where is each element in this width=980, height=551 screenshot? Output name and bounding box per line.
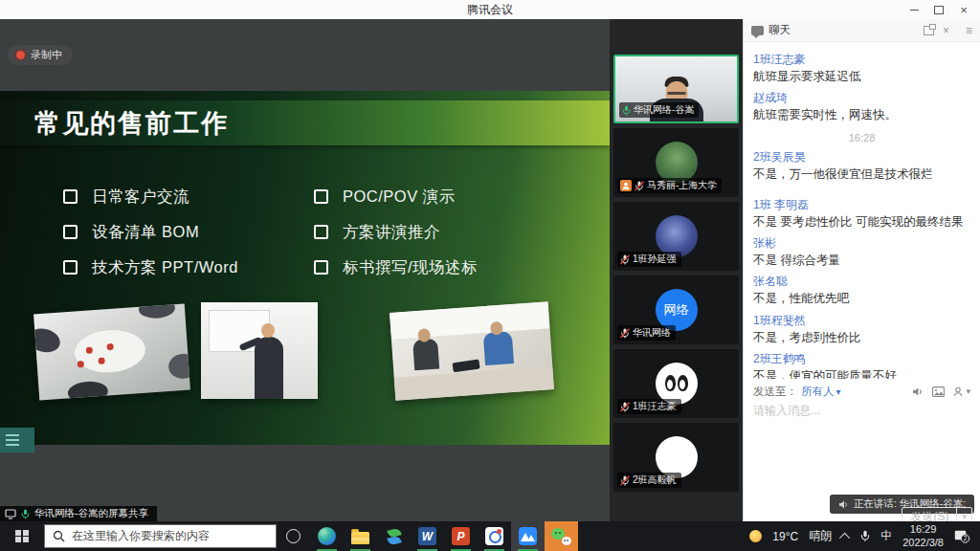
participant-tile[interactable]: 华讯网络-谷嵩 bbox=[613, 55, 739, 123]
weather-temperature[interactable]: 19°C bbox=[772, 530, 798, 543]
chat-message-text: 航班显示要求延迟低 bbox=[753, 69, 970, 84]
tray-time: 16:29 bbox=[902, 523, 944, 537]
tray-clock[interactable]: 16:29 2022/3/8 bbox=[902, 523, 944, 550]
photo-person bbox=[483, 331, 514, 365]
participant-label: 华讯网络-谷嵩 bbox=[619, 102, 699, 118]
slide-bullet: 日常客户交流 bbox=[63, 179, 238, 214]
mic-muted-icon bbox=[620, 402, 630, 412]
wps-icon bbox=[385, 527, 404, 546]
chat-message-list[interactable]: 1班汪志豪航班显示要求延迟低赵成琦航班需要实时性，网速快。16:282班吴辰昊不… bbox=[744, 42, 980, 379]
send-to-row: 发送至： 所有人 bbox=[744, 381, 980, 402]
chat-message-sender: 1班程斐然 bbox=[753, 313, 970, 329]
team-work-photo bbox=[390, 301, 554, 400]
speaker-icon bbox=[838, 499, 849, 510]
member-mention-icon[interactable] bbox=[953, 386, 970, 397]
participant-label: 1班汪志豪 bbox=[617, 399, 681, 414]
photo-person bbox=[255, 337, 283, 399]
chat-message-text: 不是，万一他很便宜但是技术很烂 bbox=[753, 166, 970, 182]
participant-label: 华讯网络 bbox=[617, 325, 676, 341]
photo-table bbox=[73, 328, 146, 375]
share-source-label: 华讯网络-谷嵩的屏幕共享 bbox=[34, 507, 148, 520]
chat-input[interactable] bbox=[744, 404, 980, 417]
presenter-whiteboard-photo bbox=[201, 302, 318, 399]
slide-bullet-text: 方案讲演推介 bbox=[343, 222, 440, 243]
participant-tile[interactable]: 马秀丽-上海大学 bbox=[613, 128, 739, 197]
taskbar-tencent-docs-icon[interactable] bbox=[478, 521, 511, 551]
photo-person bbox=[167, 353, 190, 380]
checkbox-bullet-icon bbox=[63, 260, 78, 275]
taskbar-edge-icon[interactable] bbox=[310, 521, 344, 551]
sound-notify-icon[interactable] bbox=[912, 386, 924, 397]
chat-message-text: 不是 得综合考量 bbox=[753, 253, 970, 268]
image-icon[interactable] bbox=[932, 386, 945, 397]
chat-message-sender: 1班汪志豪 bbox=[753, 52, 970, 68]
taskbar-wps-icon[interactable] bbox=[377, 521, 411, 551]
participant-video-list[interactable]: 华讯网络-谷嵩马秀丽-上海大学1班孙延强网络华讯网络1班汪志豪2班高毅帆 bbox=[610, 19, 743, 521]
slide-title: 常见的售前工作 bbox=[0, 106, 229, 141]
ime-indicator[interactable]: 中 bbox=[880, 528, 892, 544]
mic-muted-icon bbox=[620, 328, 630, 339]
taskbar-powerpoint-icon[interactable]: P bbox=[444, 521, 478, 551]
taskbar-wechat-icon[interactable] bbox=[545, 521, 578, 551]
minimize-icon bbox=[910, 10, 919, 11]
close-icon: × bbox=[960, 4, 968, 16]
weather-condition[interactable]: 晴朗 bbox=[809, 528, 832, 544]
chat-message-sender: 2班王鹤鸣 bbox=[753, 351, 970, 367]
search-icon bbox=[53, 530, 65, 542]
popout-icon[interactable] bbox=[924, 26, 934, 35]
slide-bullets-right: POC/POV 演示方案讲演推介标书撰写/现场述标 bbox=[314, 179, 478, 285]
edge-icon bbox=[318, 527, 336, 545]
participant-label: 马秀丽-上海大学 bbox=[617, 178, 722, 193]
chat-bubble-icon bbox=[751, 26, 764, 35]
taskbar-search[interactable]: 在这里输入你要搜索的内容 bbox=[44, 524, 277, 548]
slide-bullet-text: 标书撰写/现场述标 bbox=[343, 257, 478, 278]
recording-dot-icon bbox=[16, 51, 25, 59]
tray-microphone-icon[interactable] bbox=[860, 530, 870, 542]
participant-tile[interactable]: 网络华讯网络 bbox=[613, 276, 739, 344]
close-button[interactable]: × bbox=[951, 0, 976, 19]
screen-share-region: 录制中 常见的售前工作 日常客户交流设备清单 BOM技术方案 PPT/Word … bbox=[0, 19, 610, 521]
participant-name: 2班高毅帆 bbox=[633, 474, 677, 487]
participant-name: 马秀丽-上海大学 bbox=[647, 179, 717, 192]
tray-expand-icon[interactable] bbox=[839, 532, 850, 542]
start-button[interactable] bbox=[0, 521, 44, 551]
send-to-selector[interactable]: 所有人 bbox=[801, 385, 841, 399]
maximize-button[interactable] bbox=[926, 0, 951, 19]
participant-tile[interactable]: 1班汪志豪 bbox=[613, 349, 739, 418]
chat-menu-icon[interactable]: ≡ bbox=[966, 25, 972, 36]
meeting-discussion-photo bbox=[33, 304, 190, 401]
word-icon: W bbox=[418, 527, 436, 545]
taskbar-cortana-icon[interactable] bbox=[277, 521, 310, 551]
chat-timestamp: 16:28 bbox=[753, 132, 970, 143]
slideshow-menu-button[interactable] bbox=[0, 428, 34, 452]
notification-center-icon[interactable]: 2 bbox=[954, 530, 970, 543]
tencent-meeting-icon bbox=[519, 527, 537, 545]
participant-name: 1班孙延强 bbox=[633, 253, 677, 266]
presentation-slide: 常见的售前工作 日常客户交流设备清单 BOM技术方案 PPT/Word POC/… bbox=[0, 91, 610, 445]
chat-message-sender: 张名聪 bbox=[753, 274, 970, 290]
taskbar-tencent-meeting-icon[interactable] bbox=[511, 521, 545, 551]
slide-bullet: 标书撰写/现场述标 bbox=[314, 250, 478, 285]
recording-label: 录制中 bbox=[31, 48, 62, 62]
participant-tile[interactable]: 1班孙延强 bbox=[613, 202, 739, 271]
slide-bullet: POC/POV 演示 bbox=[314, 179, 478, 214]
send-to-label: 发送至： bbox=[753, 385, 797, 399]
windows-logo-icon bbox=[15, 530, 29, 543]
taskbar-file-explorer-icon[interactable] bbox=[344, 521, 377, 551]
recording-indicator: 录制中 bbox=[8, 45, 73, 65]
slide-bullet-text: 技术方案 PPT/Word bbox=[92, 257, 238, 278]
participant-tile[interactable]: 2班高毅帆 bbox=[613, 423, 739, 492]
checkbox-bullet-icon bbox=[63, 189, 78, 204]
chat-close-icon[interactable]: × bbox=[943, 25, 949, 36]
tencent-docs-icon bbox=[485, 527, 503, 545]
chat-message-text: 不是，考虑到性价比 bbox=[753, 330, 970, 345]
window-titlebar: 腾讯会议 × bbox=[0, 0, 980, 20]
slide-bullet-text: POC/POV 演示 bbox=[343, 187, 456, 208]
menu-line bbox=[6, 439, 19, 441]
chat-message-sender: 赵成琦 bbox=[753, 90, 970, 106]
search-placeholder: 在这里输入你要搜索的内容 bbox=[72, 528, 210, 544]
slide-bullet-text: 日常客户交流 bbox=[92, 187, 189, 208]
minimize-button[interactable] bbox=[902, 0, 926, 19]
photo-person bbox=[412, 338, 439, 370]
taskbar-word-icon[interactable]: W bbox=[411, 521, 444, 551]
